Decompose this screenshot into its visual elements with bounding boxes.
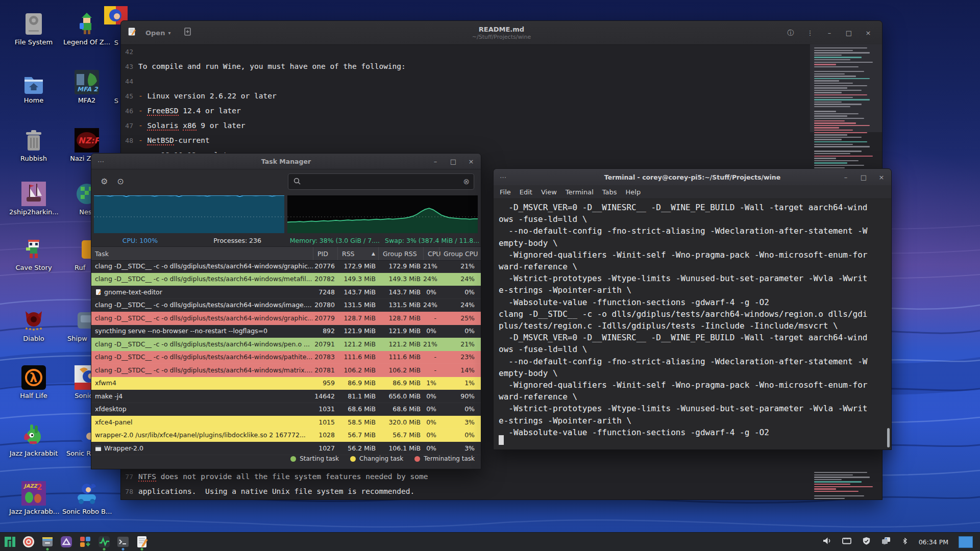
desktop-icon-home[interactable]: Home [9,70,58,104]
menu-edit[interactable]: Edit [520,188,532,196]
taskbar-bullseye-icon[interactable] [19,533,38,551]
search-input[interactable] [305,178,463,186]
minimap-viewport[interactable] [810,44,882,132]
column-group-cpu[interactable]: Group CPU [439,247,481,260]
network-icon[interactable] [842,537,852,547]
window-menu-icon[interactable]: ⋯ [97,158,105,165]
volume-icon[interactable] [822,537,831,547]
table-row[interactable]: xfdesktop103168.6 MiB68.6 MiB0%0% [91,403,481,416]
column-cpu[interactable]: CPU [423,247,439,260]
table-row[interactable]: clang -D__STDC__ -c -o dlls/gdiplus/test… [91,260,481,273]
minimize-button[interactable]: – [432,158,439,165]
notifications-icon[interactable] [881,537,891,547]
minimize-button[interactable]: – [842,174,849,181]
state-legend: Starting taskChanging taskTerminating ta… [290,452,475,466]
window-title: Task Manager [91,158,481,165]
memory-usage-graph [287,195,478,233]
desktop-icon-label: Home [9,96,58,104]
table-row[interactable]: make -j41464281.1 MiB656.0 MiB0%90% [91,390,481,403]
bluetooth-icon[interactable] [901,537,909,547]
document-title: README.md [121,26,882,33]
column-rss[interactable]: RSS▲ [337,247,378,260]
open-button[interactable]: Open ▾ [145,29,170,37]
taskbar-text-editor-icon[interactable] [132,533,151,551]
minimap-line [814,162,847,163]
desktop-icon-ship2[interactable]: 2ship2harkin... [9,182,58,216]
terminal-line: clang -D__STDC__ -c -o dlls/gdiplus/test… [499,308,891,320]
table-row[interactable]: clang -D__STDC__ -c -o dlls/gdiplus/test… [91,364,481,377]
menu-tabs[interactable]: Tabs [602,188,617,196]
search-icon [293,177,301,187]
editor-line: 45- Linux version 2.6.22 or later [121,89,733,104]
terminal-line: empty-body \ [499,237,891,249]
shield-check-icon[interactable] [862,537,871,547]
desktop-icon-sonicrobo[interactable]: Sonic Robo B... [62,481,111,515]
maximize-button[interactable]: □ [450,158,457,165]
search-box[interactable]: ⊗ [288,173,474,190]
taskbar-software-icon[interactable] [76,533,94,551]
desktop-icon-label: Sonic Robo B... [62,508,111,515]
menu-terminal[interactable]: Terminal [566,188,594,196]
table-row[interactable]: clang -D__STDC__ -c -o dlls/gdiplus/test… [91,299,481,312]
table-row[interactable]: clang -D__STDC__ -c -o dlls/gdiplus/test… [91,338,481,351]
menu-view[interactable]: View [541,188,557,196]
table-row[interactable]: gnome-text-editor7248143.7 MiB143.7 MiB0… [91,286,481,299]
clock[interactable]: 06:34 PM [919,538,948,546]
minimap-line [814,156,873,157]
maximize-button[interactable]: □ [860,174,867,181]
terminal-line: empty-body \ [499,367,891,379]
desktop-icon-label: 2ship2harkin... [9,208,58,216]
taskbar-pamac-icon[interactable] [57,533,76,551]
terminal-scrollbar[interactable] [887,428,890,447]
minimap-line [814,144,853,145]
desktop-icon-label: File System [9,38,58,46]
minimap-line [814,491,859,492]
taskbar-terminal-icon[interactable] [113,533,132,551]
desktop-icon-jazz1[interactable]: Jazz Jackrabbit [9,423,58,457]
desktop-icon-file-system[interactable]: File System [9,12,58,46]
maximize-button[interactable]: □ [845,30,852,36]
window-menu-icon[interactable]: ⋯ [500,173,507,181]
minimize-button[interactable]: – [826,30,833,36]
table-row[interactable]: xfce4-panel101558.5 MiB320.0 MiB0%3% [91,416,481,429]
workspace-pager[interactable] [959,536,973,548]
terminal-line: plus/tests/region.c -Idlls/gdiplus/tests… [499,320,891,332]
desktop-icon-rubbish[interactable]: Rubbish [9,128,58,162]
menu-kebab-icon[interactable]: ⋮ [806,30,814,36]
column-task[interactable]: Task [91,247,313,260]
sort-asc-icon: ▲ [372,251,375,256]
table-row[interactable]: wrapper-2.0 /usr/lib/xfce4/panel/plugins… [91,429,481,442]
menu-file[interactable]: File [500,188,511,196]
settings-gear-icon[interactable]: ⚙ [101,177,108,186]
table-row[interactable]: clang -D__STDC__ -c -o dlls/gdiplus/test… [91,351,481,364]
terminal-output[interactable]: -D_MSVCR_VER=0 -D__WINESRC__ -D__WINE_PE… [494,198,891,449]
desktop-icon-halflife[interactable]: λHalf Life [9,365,58,399]
taskbar-file-manager-icon[interactable] [38,533,57,551]
table-row[interactable]: clang -D__STDC__ -c -o dlls/gdiplus/test… [91,273,481,286]
editor-line: 42 [121,44,733,59]
identify-window-icon[interactable]: ⊙ [117,177,124,186]
svg-text:NZ:P: NZ:P [78,136,99,145]
editor-line: 44 [121,74,733,89]
close-button[interactable]: × [865,30,872,36]
column-pid[interactable]: PID [313,247,337,260]
menu-help[interactable]: Help [626,188,641,196]
taskbar-task-manager-icon[interactable] [94,533,113,551]
editor-line: 47- Solaris x86 9 or later [121,118,733,133]
clear-search-icon[interactable]: ⊗ [463,177,470,186]
close-button[interactable]: × [468,158,475,165]
column-group-rss[interactable]: Group RSS [378,247,423,260]
new-document-button[interactable] [184,28,192,38]
window-title: Terminal - corey@corey-pi5:~/Stuff/Proje… [494,173,891,181]
desktop-icon-cavestory[interactable]: Cave Story [9,237,58,271]
close-button[interactable]: × [878,174,885,181]
terminal-line: --no-default-config -fno-strict-aliasing… [499,356,891,367]
table-row[interactable]: syncthing serve --no-browser --no-restar… [91,325,481,338]
desktop-icon-diablo[interactable]: Diablo [9,308,58,342]
table-row[interactable]: xfwm495986.9 MiB86.9 MiB1%1% [91,377,481,390]
taskbar-manjaro-menu-icon[interactable] [0,533,19,551]
minimap-line [814,474,853,475]
desktop-icon-jazz2[interactable]: JAZZ2Jazz Jackrabb... [9,481,58,515]
table-row[interactable]: clang -D__STDC__ -c -o dlls/gdiplus/test… [91,312,481,325]
info-icon[interactable]: ⓘ [787,30,794,36]
